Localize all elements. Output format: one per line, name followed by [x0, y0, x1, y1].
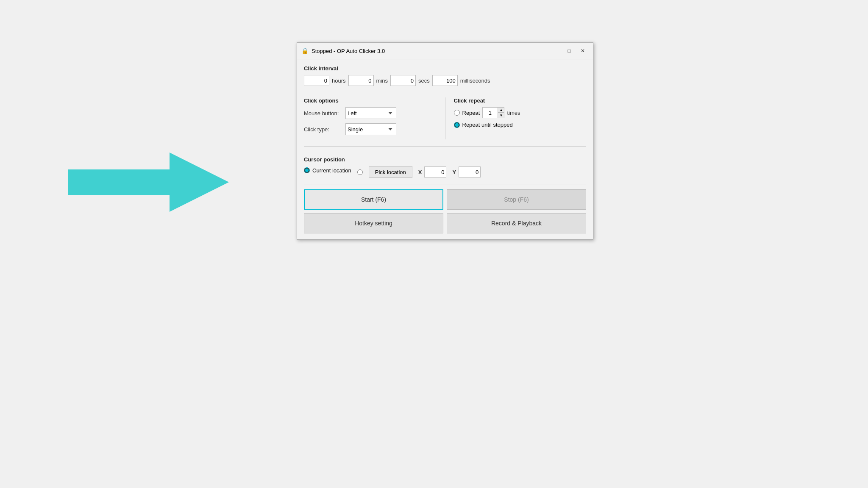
repeat-times-radio[interactable]	[454, 110, 460, 116]
secs-input[interactable]	[390, 75, 416, 86]
cursor-position-section: Cursor position Current location Pick lo…	[304, 151, 586, 178]
app-icon: 🔒	[301, 47, 308, 54]
ms-unit: milliseconds	[460, 78, 490, 84]
secs-unit: secs	[418, 78, 430, 84]
click-repeat-label: Click repeat	[454, 97, 587, 104]
click-options-section: Click options Mouse button: Left Middle …	[304, 97, 445, 139]
y-label: Y	[452, 169, 456, 175]
repeat-times-radio-label: Repeat	[462, 110, 480, 116]
click-type-label: Click type:	[304, 126, 342, 133]
repeat-until-stopped-label: Repeat until stopped	[462, 122, 513, 128]
times-label: times	[507, 110, 520, 116]
click-type-select[interactable]: Single Double	[345, 123, 396, 135]
window-title: Stopped - OP Auto Clicker 3.0	[312, 48, 550, 54]
close-button[interactable]: ✕	[577, 46, 589, 55]
y-coord-group: Y	[452, 166, 481, 177]
y-input[interactable]	[459, 166, 481, 177]
title-bar: 🔒 Stopped - OP Auto Clicker 3.0 — □ ✕	[297, 43, 593, 59]
repeat-until-stopped-row: Repeat until stopped	[454, 122, 587, 128]
spin-down-button[interactable]: ▼	[498, 113, 504, 118]
spin-up-button[interactable]: ▲	[498, 107, 504, 113]
window-content: Click interval hours mins secs milliseco…	[297, 59, 593, 239]
repeat-times-row: Repeat ▲ ▼ times	[454, 107, 587, 118]
action-buttons: Start (F6) Stop (F6) Hotkey setting Reco…	[304, 189, 586, 233]
current-location-radio[interactable]	[304, 167, 310, 173]
start-button[interactable]: Start (F6)	[304, 189, 443, 210]
x-label: X	[418, 169, 422, 175]
mouse-button-row: Mouse button: Left Middle Right	[304, 107, 437, 119]
app-window: 🔒 Stopped - OP Auto Clicker 3.0 — □ ✕ Cl…	[297, 42, 593, 240]
cursor-row: Current location Pick location X Y	[304, 166, 586, 178]
current-location-label: Current location	[312, 167, 351, 174]
pick-location-radio[interactable]	[357, 169, 363, 175]
stop-button: Stop (F6)	[447, 189, 586, 210]
mouse-button-select[interactable]: Left Middle Right	[345, 107, 396, 119]
hotkey-setting-button[interactable]: Hotkey setting	[304, 213, 443, 233]
options-area: Click options Mouse button: Left Middle …	[304, 97, 586, 139]
pick-location-button[interactable]: Pick location	[369, 166, 412, 178]
mins-unit: mins	[376, 78, 388, 84]
mins-input[interactable]	[348, 75, 374, 86]
click-interval-label: Click interval	[304, 65, 586, 72]
x-coord-group: X	[418, 166, 447, 177]
click-repeat-section: Click repeat Repeat ▲ ▼ times Re	[445, 97, 587, 139]
click-interval-row: hours mins secs milliseconds	[304, 75, 586, 86]
click-options-label: Click options	[304, 97, 437, 104]
current-location-row: Current location	[304, 167, 351, 174]
click-type-row: Click type: Single Double	[304, 123, 437, 135]
maximize-button[interactable]: □	[563, 46, 575, 55]
hours-input[interactable]	[304, 75, 329, 86]
window-controls: — □ ✕	[550, 46, 589, 55]
repeat-until-stopped-radio[interactable]	[454, 122, 460, 128]
cursor-position-label: Cursor position	[304, 156, 586, 163]
minimize-button[interactable]: —	[550, 46, 562, 55]
spin-buttons: ▲ ▼	[498, 107, 504, 118]
repeat-count-wrapper: ▲ ▼	[482, 107, 504, 118]
svg-marker-0	[68, 152, 229, 212]
ms-input[interactable]	[432, 75, 458, 86]
hours-unit: hours	[332, 78, 346, 84]
mouse-button-label: Mouse button:	[304, 110, 342, 116]
arrow-decoration	[68, 148, 229, 217]
record-playback-button[interactable]: Record & Playback	[447, 213, 586, 233]
x-input[interactable]	[424, 166, 446, 177]
